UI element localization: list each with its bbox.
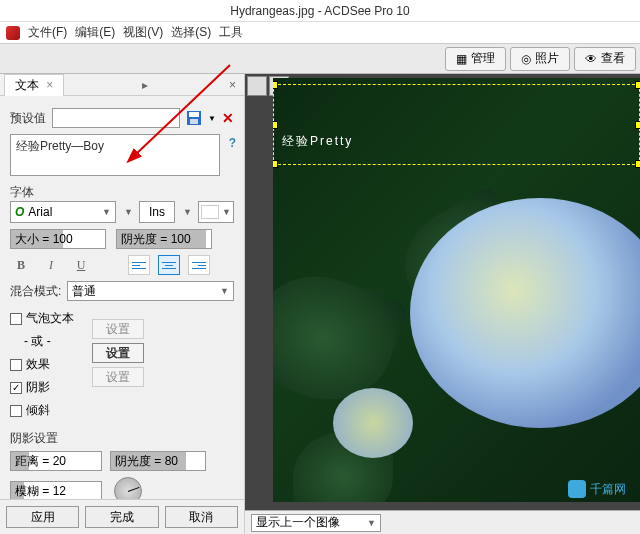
view-button[interactable]: 👁 查看 bbox=[574, 47, 636, 71]
text-panel: 文本 × ▸ × ? 预设值 ▼ ✕ 经验Pretty—Boy 字体 bbox=[0, 74, 245, 534]
skew-checkbox[interactable] bbox=[10, 405, 22, 417]
bold-button[interactable]: B bbox=[10, 255, 32, 275]
svg-rect-1 bbox=[189, 112, 199, 117]
text-input[interactable]: 经验Pretty—Boy bbox=[10, 134, 220, 176]
apply-button[interactable]: 应用 bbox=[6, 506, 79, 528]
chevron-down-icon[interactable]: ▼ bbox=[183, 207, 192, 217]
font-family-dropdown[interactable]: O Arial ▼ bbox=[10, 201, 116, 223]
resize-handle[interactable] bbox=[273, 160, 278, 168]
grid-icon: ▦ bbox=[456, 52, 467, 66]
shadow-checkbox[interactable] bbox=[10, 382, 22, 394]
preset-label: 预设值 bbox=[10, 110, 46, 127]
watermark-icon bbox=[568, 480, 586, 498]
svg-rect-2 bbox=[190, 119, 198, 124]
blend-label: 混合模式: bbox=[10, 283, 61, 300]
or-label: - 或 - bbox=[24, 333, 51, 350]
photo-button[interactable]: ◎ 照片 bbox=[510, 47, 570, 71]
chevron-down-icon: ▼ bbox=[220, 286, 229, 296]
insert-button[interactable]: Ins bbox=[139, 201, 175, 223]
title-bar: Hydrangeas.jpg - ACDSee Pro 10 bbox=[0, 0, 640, 22]
menu-view[interactable]: 视图(V) bbox=[123, 24, 163, 41]
save-preset-icon[interactable] bbox=[186, 110, 202, 126]
shadow-settings-label: 阴影设置 bbox=[10, 430, 234, 447]
help-icon[interactable]: ? bbox=[229, 136, 236, 150]
shadow-distance-slider[interactable]: 距离 = 20 bbox=[10, 451, 102, 471]
text-overlay-box[interactable]: 经验Pretty bbox=[273, 84, 640, 165]
menu-select[interactable]: 选择(S) bbox=[171, 24, 211, 41]
cancel-button[interactable]: 取消 bbox=[165, 506, 238, 528]
status-dropdown[interactable]: 显示上一个图像 ▼ bbox=[251, 514, 381, 532]
panel-chevron-icon[interactable]: ▸ bbox=[138, 78, 152, 92]
canvas-area: 经验Pretty 显示上一个图像 ▼ 千篇网 bbox=[245, 74, 640, 534]
shadow-blur-slider[interactable]: 模糊 = 12 bbox=[10, 481, 102, 499]
tab-text[interactable]: 文本 × bbox=[4, 74, 64, 96]
panel-close-icon[interactable]: × bbox=[225, 78, 240, 92]
color-swatch bbox=[201, 205, 219, 219]
dropdown-arrow-icon[interactable]: ▼ bbox=[208, 114, 216, 123]
font-preview-icon: O bbox=[15, 205, 24, 219]
menu-bar: 文件(F) 编辑(E) 视图(V) 选择(S) 工具 bbox=[0, 22, 640, 44]
resize-handle[interactable] bbox=[635, 81, 640, 89]
preset-dropdown[interactable] bbox=[52, 108, 180, 128]
watermark: 千篇网 bbox=[568, 480, 626, 498]
menu-tools[interactable]: 工具 bbox=[219, 24, 243, 41]
italic-button[interactable]: I bbox=[40, 255, 62, 275]
effect-settings-button[interactable]: 设置 bbox=[92, 319, 144, 339]
align-right-button[interactable] bbox=[188, 255, 210, 275]
blend-mode-dropdown[interactable]: 普通 ▼ bbox=[67, 281, 234, 301]
bubble-checkbox[interactable] bbox=[10, 313, 22, 325]
shadow-opacity-slider[interactable]: 阴光度 = 80 bbox=[110, 451, 206, 471]
underline-button[interactable]: U bbox=[70, 255, 92, 275]
manage-button[interactable]: ▦ 管理 bbox=[445, 47, 506, 71]
opacity-slider[interactable]: 阴光度 = 100 bbox=[116, 229, 212, 249]
skew-settings-button[interactable]: 设置 bbox=[92, 367, 144, 387]
size-slider[interactable]: 大小 = 100 bbox=[10, 229, 106, 249]
close-tab-icon[interactable]: × bbox=[46, 78, 53, 92]
done-button[interactable]: 完成 bbox=[85, 506, 158, 528]
chevron-down-icon: ▼ bbox=[367, 518, 376, 528]
photo-icon: ◎ bbox=[521, 52, 531, 66]
shadow-settings-button[interactable]: 设置 bbox=[92, 343, 144, 363]
align-left-button[interactable] bbox=[128, 255, 150, 275]
chevron-down-icon[interactable]: ▼ bbox=[124, 207, 133, 217]
menu-file[interactable]: 文件(F) bbox=[28, 24, 67, 41]
image-preview[interactable]: 经验Pretty bbox=[273, 78, 640, 502]
status-bar: 显示上一个图像 ▼ bbox=[245, 510, 640, 534]
eye-icon: 👁 bbox=[585, 52, 597, 66]
shadow-angle-dial[interactable] bbox=[114, 477, 142, 499]
align-center-button[interactable] bbox=[158, 255, 180, 275]
text-color-picker[interactable]: ▼ bbox=[198, 201, 234, 223]
image-content bbox=[333, 388, 413, 458]
chevron-down-icon: ▼ bbox=[222, 207, 231, 217]
resize-handle[interactable] bbox=[635, 121, 640, 129]
effect-checkbox[interactable] bbox=[10, 359, 22, 371]
window-title: Hydrangeas.jpg - ACDSee Pro 10 bbox=[230, 4, 409, 18]
menu-edit[interactable]: 编辑(E) bbox=[75, 24, 115, 41]
font-label: 字体 bbox=[10, 184, 234, 201]
main-toolbar: ▦ 管理 ◎ 照片 👁 查看 bbox=[0, 44, 640, 74]
app-logo-icon bbox=[6, 26, 20, 40]
delete-preset-icon[interactable]: ✕ bbox=[222, 110, 234, 126]
chevron-down-icon: ▼ bbox=[102, 207, 111, 217]
resize-handle[interactable] bbox=[273, 121, 278, 129]
resize-handle[interactable] bbox=[273, 81, 278, 89]
resize-handle[interactable] bbox=[635, 160, 640, 168]
canvas-tool-button[interactable] bbox=[247, 76, 267, 96]
